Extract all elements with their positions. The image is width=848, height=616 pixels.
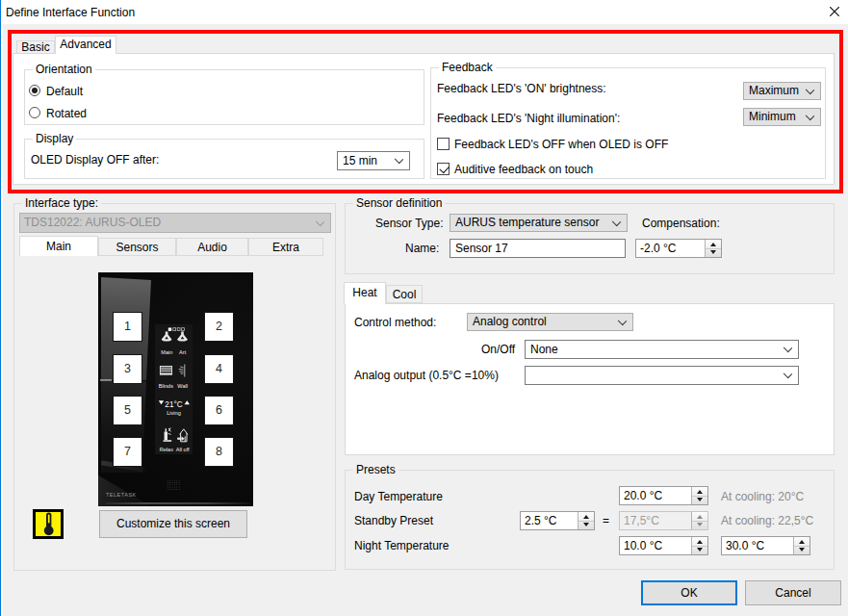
svg-text:All off: All off (176, 447, 190, 452)
svg-text:21°C: 21°C (165, 400, 182, 409)
svg-text:Wall: Wall (177, 383, 188, 389)
svg-text:Relax: Relax (160, 447, 174, 452)
svg-text:Art: Art (179, 349, 187, 355)
svg-text:Main: Main (161, 349, 172, 355)
svg-text:Living: Living (167, 410, 181, 416)
svg-text:Blinds: Blinds (159, 383, 173, 389)
